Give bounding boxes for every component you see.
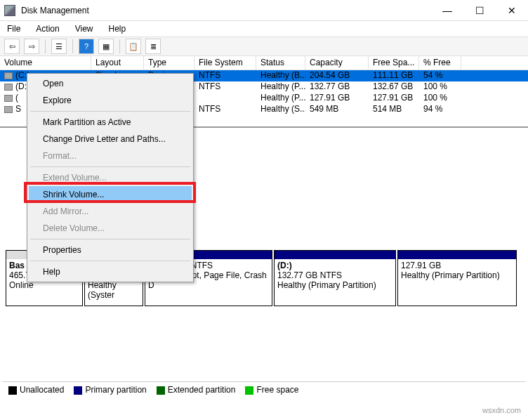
partition[interactable]: 127.91 GBHealthy (Primary Partition): [397, 250, 517, 306]
toolbar-button[interactable]: ≣: [145, 39, 161, 54]
menu-separator: [30, 261, 190, 261]
app-icon: [4, 5, 15, 16]
swatch-unallocated-icon: [8, 386, 17, 395]
menu-shrink-volume[interactable]: Shrink Volume...: [29, 186, 192, 203]
legend-extended: Extended partition: [168, 385, 236, 395]
toolbar-button[interactable]: 📋: [126, 39, 141, 54]
forward-button[interactable]: ⇨: [24, 39, 39, 54]
menu-properties[interactable]: Properties: [29, 242, 192, 258]
menu-action[interactable]: Action: [33, 22, 62, 35]
toolbar-button[interactable]: ☰: [51, 39, 67, 54]
drive-icon: [4, 84, 13, 91]
separator: [72, 39, 73, 53]
drive-icon: [4, 95, 13, 102]
menu-extend-volume[interactable]: Extend Volume...: [29, 169, 192, 186]
separator: [45, 39, 46, 53]
toolbar-button[interactable]: ▦: [98, 39, 114, 54]
swatch-free-icon: [245, 386, 253, 395]
menu-separator: [30, 111, 190, 112]
menu-help[interactable]: Help: [29, 263, 192, 280]
close-button[interactable]: ✕: [496, 0, 528, 21]
window-title: Disk Management: [20, 6, 431, 15]
header-volume[interactable]: Volume: [0, 56, 91, 70]
legend: Unallocated Primary partition Extended p…: [3, 381, 525, 398]
header-status[interactable]: Status: [256, 56, 305, 70]
toolbar: ⇦ ⇨ ☰ ? ▦ 📋 ≣: [0, 37, 528, 56]
swatch-extended-icon: [157, 386, 165, 395]
menu-change-drive-letter[interactable]: Change Drive Letter and Paths...: [29, 131, 192, 147]
title-bar: Disk Management — ☐ ✕: [0, 0, 528, 21]
partition[interactable]: (D:)132.77 GB NTFSHealthy (Primary Parti…: [274, 250, 396, 306]
legend-primary: Primary partition: [85, 385, 146, 395]
menu-delete-volume[interactable]: Delete Volume...: [29, 220, 192, 237]
drive-icon: [4, 106, 13, 113]
minimize-button[interactable]: —: [431, 0, 463, 21]
drive-icon: [4, 72, 13, 79]
menu-add-mirror[interactable]: Add Mirror...: [29, 203, 192, 220]
column-headers: Volume Layout Type File System Status Ca…: [0, 56, 528, 70]
legend-free: Free space: [256, 385, 298, 395]
menu-bar: File Action View Help: [0, 21, 528, 37]
menu-open[interactable]: Open: [29, 75, 192, 92]
help-button[interactable]: ?: [79, 39, 94, 54]
maximize-button[interactable]: ☐: [463, 0, 496, 21]
menu-file[interactable]: File: [4, 22, 23, 35]
header-free[interactable]: Free Spa...: [369, 56, 419, 70]
header-capacity[interactable]: Capacity: [305, 56, 369, 70]
context-menu: Open Explore Mark Partition as Active Ch…: [27, 73, 194, 282]
menu-explore[interactable]: Explore: [29, 92, 192, 109]
menu-mark-active[interactable]: Mark Partition as Active: [29, 114, 192, 131]
header-layout[interactable]: Layout: [91, 56, 144, 70]
back-button[interactable]: ⇦: [4, 39, 20, 54]
menu-view[interactable]: View: [72, 22, 96, 35]
swatch-primary-icon: [74, 386, 82, 395]
menu-separator: [30, 239, 190, 239]
watermark: wsxdn.com: [482, 406, 521, 414]
menu-separator: [30, 166, 190, 167]
legend-unallocated: Unallocated: [20, 385, 64, 395]
header-type[interactable]: Type: [144, 56, 194, 70]
disk-name: Bas: [9, 261, 25, 270]
menu-help[interactable]: Help: [106, 22, 129, 35]
menu-format[interactable]: Format...: [29, 147, 192, 164]
header-filesystem[interactable]: File System: [194, 56, 256, 70]
header-percent[interactable]: % Free: [419, 56, 461, 70]
separator: [119, 39, 120, 53]
